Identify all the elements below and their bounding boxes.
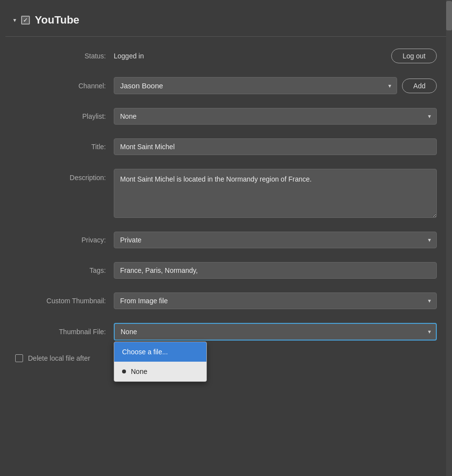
channel-select-wrapper: Jason Boone ▾: [114, 77, 397, 94]
playlist-controls: None ▾: [114, 108, 437, 125]
title-row: Title:: [15, 132, 437, 162]
choose-file-label: Choose a file...: [122, 348, 168, 356]
channel-row: Channel: Jason Boone ▾ Add: [15, 70, 437, 101]
privacy-controls: Private Public Unlisted ▾: [114, 232, 437, 248]
none-option-label: None: [131, 368, 147, 375]
tags-input[interactable]: [114, 262, 437, 279]
privacy-select[interactable]: Private Public Unlisted: [114, 232, 437, 248]
description-textarea[interactable]: Mont Saint Michel is located in the Norm…: [114, 169, 437, 218]
selected-dot-icon: [122, 370, 126, 373]
playlist-row: Playlist: None ▾: [15, 101, 437, 132]
status-label: Status:: [15, 52, 106, 60]
collapse-chevron-icon[interactable]: ▾: [13, 17, 16, 24]
title-input[interactable]: [114, 138, 437, 155]
tags-label: Tags:: [15, 266, 106, 274]
choose-file-option[interactable]: Choose a file...: [114, 342, 206, 362]
youtube-panel: ▾ ✓ YouTube Status: Logged in Log out Ch…: [5, 0, 447, 377]
custom-thumbnail-label: Custom Thumbnail:: [15, 297, 106, 305]
none-option[interactable]: None: [114, 362, 206, 381]
scrollbar-thumb[interactable]: [446, 1, 452, 30]
checkmark-icon: ✓: [23, 17, 28, 23]
thumbnail-file-dropdown: Choose a file... None: [114, 342, 207, 382]
status-value: Logged in: [114, 52, 144, 60]
tags-row: Tags:: [15, 255, 437, 286]
tags-controls: [114, 262, 437, 279]
playlist-select[interactable]: None: [114, 108, 437, 125]
custom-thumbnail-select[interactable]: From Image file None From frame: [114, 292, 437, 309]
description-label: Description:: [15, 169, 106, 182]
panel-title: YouTube: [35, 14, 79, 26]
playlist-select-wrapper: None ▾: [114, 108, 437, 125]
title-controls: [114, 138, 437, 155]
add-channel-button[interactable]: Add: [402, 79, 437, 93]
thumbnail-file-label: Thumbnail File:: [15, 328, 106, 336]
delete-local-file-label: Delete local file after: [28, 354, 90, 362]
custom-thumbnail-select-wrapper: From Image file None From frame ▾: [114, 292, 437, 309]
channel-label: Channel:: [15, 82, 106, 90]
thumbnail-file-select[interactable]: None: [114, 323, 437, 341]
form-rows: Status: Logged in Log out Channel: Jason…: [5, 42, 447, 369]
privacy-select-wrapper: Private Public Unlisted ▾: [114, 232, 437, 248]
title-label: Title:: [15, 143, 106, 151]
youtube-enable-checkbox[interactable]: ✓: [21, 16, 30, 25]
privacy-row: Privacy: Private Public Unlisted ▾: [15, 225, 437, 255]
panel-header: ▾ ✓ YouTube: [5, 8, 447, 37]
playlist-label: Playlist:: [15, 112, 106, 120]
page-container: ▾ ✓ YouTube Status: Logged in Log out Ch…: [0, 0, 452, 476]
thumbnail-file-select-wrapper: None ▾ Choose a file... None: [114, 323, 437, 341]
thumbnail-file-controls: None ▾ Choose a file... None: [114, 323, 437, 341]
custom-thumbnail-controls: From Image file None From frame ▾: [114, 292, 437, 309]
description-controls: Mont Saint Michel is located in the Norm…: [114, 169, 437, 218]
channel-controls: Jason Boone ▾ Add: [114, 77, 437, 94]
privacy-label: Privacy:: [15, 236, 106, 244]
custom-thumbnail-row: Custom Thumbnail: From Image file None F…: [15, 286, 437, 316]
status-row: Status: Logged in Log out: [15, 42, 437, 70]
delete-local-file-row: Delete local file after: [15, 347, 437, 369]
thumbnail-file-row: Thumbnail File: None ▾ Choose a file...: [15, 316, 437, 347]
scrollbar[interactable]: [446, 0, 452, 476]
channel-select[interactable]: Jason Boone: [114, 77, 397, 94]
status-controls: Logged in Log out: [114, 49, 437, 63]
logout-button[interactable]: Log out: [391, 49, 437, 63]
delete-local-file-checkbox[interactable]: [15, 354, 23, 362]
description-row: Description: Mont Saint Michel is locate…: [15, 162, 437, 225]
